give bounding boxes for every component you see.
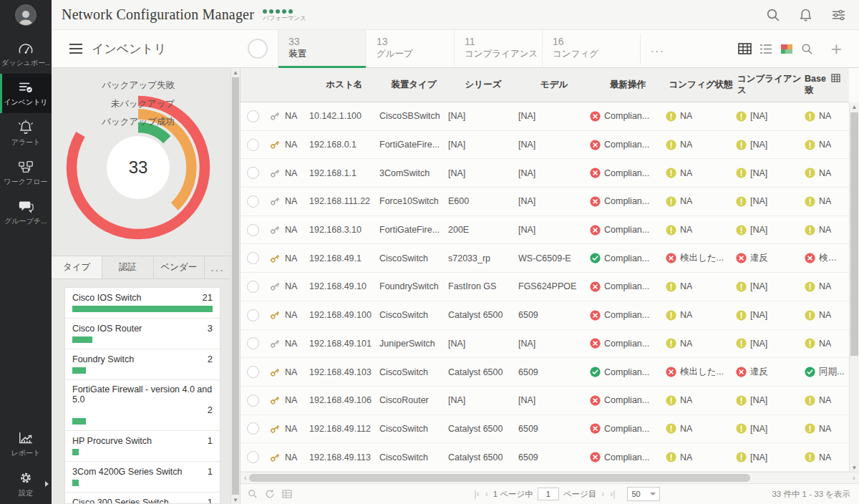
table-scroll-down[interactable]: ▼	[850, 463, 859, 472]
col-hostname[interactable]: ホスト名	[309, 79, 379, 91]
device-type-row[interactable]: Foundry Switch 2	[65, 349, 220, 380]
chart-tab-type[interactable]: タイプ	[52, 256, 102, 278]
page-number-input[interactable]	[538, 488, 559, 500]
refresh-icon[interactable]	[265, 489, 275, 499]
row-last-operation[interactable]: Complian...	[590, 225, 666, 236]
row-config-status[interactable]: NA	[666, 168, 736, 178]
tabs-more-button[interactable]: ...	[640, 34, 664, 64]
col-config-status[interactable]: コンフィグ状態	[666, 79, 736, 91]
col-model[interactable]: モデル	[518, 79, 590, 91]
table-view-icon[interactable]	[738, 43, 752, 54]
performance-indicator[interactable]: パフォーマンス	[263, 6, 306, 23]
col-compliance[interactable]: コンプライアンス	[736, 74, 805, 96]
row-base-match[interactable]: NA	[805, 310, 849, 321]
row-compliance[interactable]: 違反	[736, 366, 805, 378]
row-radio[interactable]	[247, 422, 259, 435]
sidebar-item-inventory[interactable]: インベントリ	[0, 74, 52, 113]
row-base-match[interactable]: 検出し...	[805, 252, 849, 264]
device-type-row[interactable]: Cisco IOS Switch 21	[65, 288, 220, 319]
table-row[interactable]: NA 192.168.49.100 CiscoSwitch Catalyst 6…	[241, 301, 849, 330]
row-last-operation[interactable]: Complian...	[590, 140, 666, 150]
panel-scroll-up[interactable]: ▲	[231, 68, 240, 77]
sidebar-item-dashboard[interactable]: ダッシュボー...	[0, 34, 52, 74]
row-radio[interactable]	[247, 394, 259, 407]
device-type-row[interactable]: FortiGate Firewall - version 4.0 and 5.0…	[65, 380, 220, 431]
sidebar-item-workflow[interactable]: ワークフロー	[0, 153, 52, 193]
row-compliance[interactable]: [NA]	[736, 423, 805, 434]
tab-compliance[interactable]: 11 コンプライアンス	[454, 30, 542, 67]
row-radio[interactable]	[247, 252, 259, 264]
row-compliance[interactable]: [NA]	[736, 225, 805, 236]
row-config-status[interactable]: NA	[666, 111, 736, 122]
row-compliance[interactable]: [NA]	[736, 168, 805, 178]
row-last-operation[interactable]: Complian...	[590, 111, 666, 122]
row-config-status[interactable]: NA	[666, 281, 736, 292]
column-chooser-icon[interactable]	[831, 74, 840, 82]
col-series[interactable]: シリーズ	[448, 79, 518, 91]
row-base-match[interactable]: 同期...	[805, 366, 849, 378]
row-compliance[interactable]: [NA]	[736, 310, 805, 321]
row-config-status[interactable]: NA	[666, 196, 736, 207]
table-row[interactable]: NA 192.168.49.113 CiscoSwitch Catalyst 6…	[241, 443, 849, 472]
page-size-select[interactable]: 50	[627, 487, 660, 501]
row-last-operation[interactable]: Complian...	[590, 253, 666, 263]
row-radio[interactable]	[247, 451, 259, 463]
row-compliance[interactable]: [NA]	[736, 452, 805, 462]
search-icon[interactable]	[766, 8, 780, 22]
col-base-match[interactable]: Base 致	[805, 74, 849, 96]
sidebar-item-group-chat[interactable]: グループチ...	[0, 193, 52, 232]
row-base-match[interactable]: NA	[805, 111, 849, 122]
chart-tab-credential[interactable]: 認証	[102, 256, 153, 278]
device-type-row[interactable]: HP Procurve Switch 1	[65, 431, 220, 462]
row-last-operation[interactable]: Complian...	[590, 395, 666, 406]
col-last-operation[interactable]: 最新操作	[590, 79, 666, 91]
row-config-status[interactable]: NA	[666, 338, 736, 349]
row-radio[interactable]	[247, 167, 259, 179]
row-config-status[interactable]: 検出した...	[666, 366, 736, 378]
row-base-match[interactable]: NA	[805, 452, 849, 462]
row-last-operation[interactable]: Complian...	[590, 367, 666, 377]
table-row[interactable]: NA 192.168.49.112 CiscoSwitch Catalyst 6…	[241, 415, 849, 444]
device-type-row[interactable]: 3Com 4200G Series Switch 1	[65, 462, 220, 493]
row-radio[interactable]	[247, 309, 259, 321]
footer-search-icon[interactable]	[248, 489, 258, 499]
notifications-bell-icon[interactable]	[799, 8, 812, 22]
table-row[interactable]: NA 192.168.49.1 CiscoSwitch s72033_rp WS…	[241, 244, 849, 273]
tab-groups[interactable]: 13 グループ	[366, 30, 454, 67]
row-base-match[interactable]: NA	[805, 140, 849, 150]
panel-scroll-down[interactable]: ▼	[231, 495, 240, 504]
row-base-match[interactable]: NA	[805, 196, 849, 207]
row-radio[interactable]	[247, 195, 259, 208]
table-row[interactable]: NA 192.168.49.103 CiscoSwitch Catalyst 6…	[241, 358, 849, 387]
row-base-match[interactable]: NA	[805, 423, 849, 434]
row-last-operation[interactable]: Complian...	[590, 423, 666, 434]
table-scroll-up[interactable]: ▲	[850, 102, 859, 111]
row-last-operation[interactable]: Complian...	[590, 168, 666, 178]
table-scrollbar[interactable]: ▲ ▼	[849, 102, 859, 472]
row-hostname[interactable]: 192.168.49.101	[309, 339, 379, 349]
table-row[interactable]: NA 192.168.3.10 FortiGateFire... 200E [N…	[241, 216, 849, 245]
device-type-row[interactable]: Cisco IOS Router 3	[65, 319, 220, 349]
row-compliance[interactable]: [NA]	[736, 338, 805, 349]
row-hostname[interactable]: 192.168.1.1	[309, 168, 379, 178]
col-device-type[interactable]: 装置タイプ	[379, 79, 448, 91]
row-last-operation[interactable]: Complian...	[590, 196, 666, 207]
row-config-status[interactable]: NA	[666, 423, 736, 434]
row-compliance[interactable]: [NA]	[736, 395, 805, 406]
table-row[interactable]: NA 192.168.0.1 FortiGateFire... [NA] [NA…	[241, 131, 849, 160]
list-view-icon[interactable]	[759, 44, 772, 54]
panel-scrollbar[interactable]: ▲ ▼	[230, 68, 240, 504]
table-row[interactable]: NA 192.168.49.10 FoundrySwitch FastIron …	[241, 273, 849, 301]
row-radio[interactable]	[247, 366, 259, 378]
row-hostname[interactable]: 10.142.1.100	[309, 111, 379, 121]
table-search-icon[interactable]	[801, 43, 813, 55]
sidebar-item-settings[interactable]: 設定	[0, 464, 52, 504]
user-avatar[interactable]	[15, 4, 37, 26]
row-last-operation[interactable]: Complian...	[590, 310, 666, 321]
horizontal-scrollbar[interactable]: ‹ ›	[241, 472, 859, 483]
next-page-button[interactable]: ›	[601, 489, 605, 499]
footer-grid-icon[interactable]	[282, 490, 292, 498]
row-hostname[interactable]: 192.168.49.103	[309, 367, 379, 377]
row-compliance[interactable]: [NA]	[736, 111, 805, 122]
row-hostname[interactable]: 192.168.49.113	[309, 452, 379, 462]
